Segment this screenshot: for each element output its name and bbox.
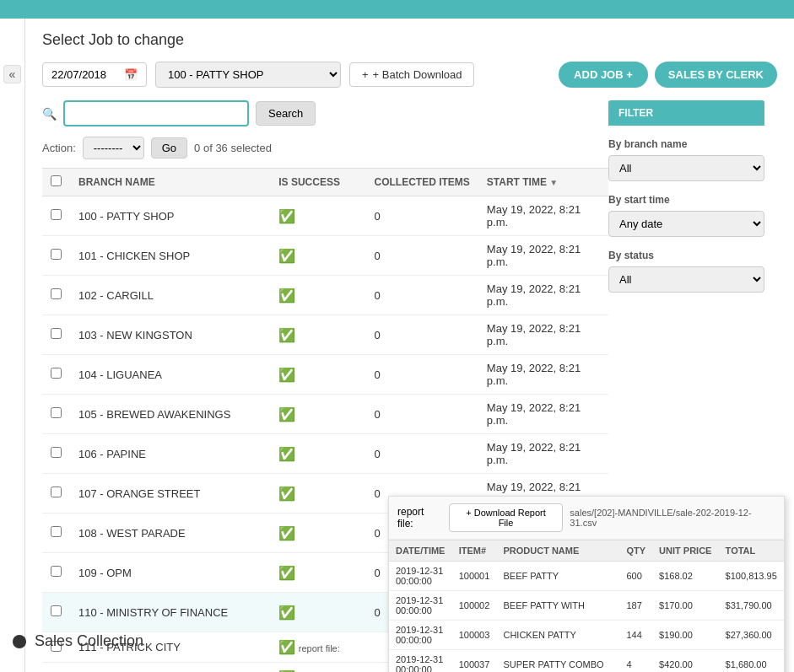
collected-items-header: COLLECTED ITEMS [365, 169, 478, 196]
row-checkbox[interactable] [51, 407, 62, 418]
report-file-link[interactable]: sales/[202]-MANDIVILLE/sale-202-2019-12-… [570, 508, 775, 528]
start-time-cell: May 19, 2022, 8:21 p.m. [478, 196, 608, 236]
row-checkbox[interactable] [51, 526, 62, 537]
branch-name-cell[interactable]: 109 - OPM [70, 553, 270, 593]
branch-name-header: BRANCH NAME [70, 169, 270, 196]
branch-name-cell[interactable]: 108 - WEST PARADE [70, 513, 270, 553]
search-icon: 🔍 [42, 107, 57, 121]
row-checkbox[interactable] [51, 368, 62, 379]
select-all-checkbox[interactable] [51, 175, 62, 186]
is-success-cell: ✅ [270, 434, 365, 474]
row-checkbox[interactable] [51, 605, 62, 616]
table-row: 100 - PATTY SHOP ✅ 0 May 19, 2022, 8:21 … [42, 196, 608, 236]
branch-name-cell[interactable]: 110 - MINISTRY OF FINANCE [70, 593, 270, 632]
popup-item: 100002 [452, 591, 497, 621]
date-input-wrapper: 📅 [42, 62, 147, 87]
popup-data-table: DATE/TIME ITEM# PRODUCT NAME QTY UNIT PR… [389, 540, 784, 672]
branch-name-cell[interactable]: 107 - ORANGE STREET [70, 474, 270, 513]
row-checkbox-cell [42, 474, 70, 513]
date-field[interactable] [51, 68, 119, 81]
is-success-cell: ✅ report file: [270, 632, 365, 663]
row-checkbox[interactable] [51, 328, 62, 339]
search-button[interactable]: Search [256, 101, 316, 126]
table-row: 103 - NEW KINGSTON ✅ 0 May 19, 2022, 8:2… [42, 315, 608, 355]
popup-datetime: 2019-12-31 00:00:00 [389, 562, 452, 591]
collected-items-cell: 0 [365, 276, 478, 315]
is-success-header: IS SUCCESS [270, 169, 365, 196]
popup-item: 100037 [452, 650, 497, 673]
success-checkmark: ✅ [278, 288, 295, 303]
status-filter-select[interactable]: All [608, 266, 764, 293]
add-job-button[interactable]: ADD JOB + [559, 62, 648, 88]
action-label: Action: [42, 142, 76, 154]
row-checkbox[interactable] [51, 447, 62, 458]
popup-total: $1,680.00 [719, 650, 784, 673]
popup-col-qty: QTY [619, 540, 652, 562]
popup-col-datetime: DATE/TIME [389, 540, 452, 562]
row-checkbox-cell [42, 553, 70, 593]
table-row: 102 - CARGILL ✅ 0 May 19, 2022, 8:21 p.m… [42, 276, 608, 315]
search-input[interactable] [63, 100, 249, 126]
success-checkmark: ✅ [278, 209, 295, 223]
branch-name-cell[interactable]: 101 - CHICKEN SHOP [70, 236, 270, 276]
success-checkmark: ✅ [278, 328, 295, 342]
shop-select[interactable]: 100 - PATTY SHOP [155, 62, 341, 88]
row-checkbox[interactable] [51, 566, 62, 577]
download-report-button[interactable]: + Download Report File [449, 503, 564, 532]
popup-product: CHICKEN PATTY [496, 621, 619, 650]
success-checkmark: ✅ [278, 447, 295, 461]
sales-by-clerk-button[interactable]: SALES BY CLERK [655, 62, 777, 88]
top-right-buttons: ADD JOB + SALES BY CLERK [559, 62, 777, 88]
branch-name-cell[interactable]: 105 - BREWED AWAKENINGS [70, 395, 270, 434]
start-time-cell: May 19, 2022, 8:21 p.m. [478, 236, 608, 276]
popup-col-unit-price: UNIT PRICE [652, 540, 719, 562]
go-button[interactable]: Go [151, 137, 187, 159]
action-select[interactable]: -------- [83, 137, 144, 159]
popup-product: BEEF PATTY [496, 562, 619, 591]
popup-datetime: 2019-12-31 00:00:00 [389, 591, 452, 621]
branch-name-cell[interactable]: 102 - CARGILL [70, 276, 270, 315]
report-label: report file: [397, 506, 442, 530]
sidebar-toggle[interactable]: « [3, 65, 22, 83]
batch-download-button[interactable]: + + Batch Download [349, 62, 474, 87]
row-checkbox[interactable] [51, 249, 62, 260]
collected-items-cell: 0 [365, 236, 478, 276]
is-success-cell: ✅ [270, 355, 365, 395]
popup-qty: 4 [619, 650, 652, 673]
row-checkbox-cell [42, 593, 70, 632]
status-filter-section: By status All [608, 250, 764, 293]
start-time-filter-select[interactable]: Any date [608, 211, 764, 237]
table-row: 106 - PAPINE ✅ 0 May 19, 2022, 8:21 p.m. [42, 434, 608, 474]
branch-name-cell[interactable]: 100 - PATTY SHOP [70, 196, 270, 236]
start-time-filter-label: By start time [608, 194, 764, 206]
row-checkbox-cell [42, 395, 70, 434]
plus-icon: + [362, 68, 369, 81]
popup-total: $31,790.00 [719, 591, 784, 621]
filter-header: FILTER [608, 100, 764, 126]
is-success-cell: ✅ [270, 474, 365, 513]
branch-name-cell[interactable]: 106 - PAPINE [70, 434, 270, 474]
report-popup: report file: + Download Report File sale… [388, 496, 785, 672]
search-bar: 🔍 Search [42, 100, 608, 126]
row-checkbox[interactable] [51, 288, 62, 299]
table-row: 101 - CHICKEN SHOP ✅ 0 May 19, 2022, 8:2… [42, 236, 608, 276]
branch-name-cell[interactable]: 104 - LIGUANEA [70, 355, 270, 395]
row-checkbox-cell [42, 513, 70, 553]
popup-qty: 600 [619, 562, 652, 591]
row-checkbox[interactable] [51, 209, 62, 220]
row-checkbox[interactable] [51, 487, 62, 497]
row-checkbox-cell [42, 355, 70, 395]
popup-qty: 144 [619, 621, 652, 650]
branch-filter-select[interactable]: All [608, 155, 764, 181]
branch-name-cell[interactable]: 103 - NEW KINGSTON [70, 315, 270, 355]
start-time-cell: May 19, 2022, 8:21 p.m. [478, 355, 608, 395]
start-time-header[interactable]: START TIME ▼ [478, 169, 608, 196]
popup-item: 100003 [452, 621, 497, 650]
branch-name-cell[interactable]: 112 - STONY HILL [70, 663, 270, 673]
is-success-cell: ✅ [270, 276, 365, 315]
top-bar [0, 0, 794, 19]
popup-product: SUPER PATTY COMBO [496, 650, 619, 673]
popup-total: $27,360.00 [719, 621, 784, 650]
popup-table-row: 2019-12-31 00:00:00 100003 CHICKEN PATTY… [389, 621, 784, 650]
success-checkmark: ✅ [278, 640, 295, 654]
